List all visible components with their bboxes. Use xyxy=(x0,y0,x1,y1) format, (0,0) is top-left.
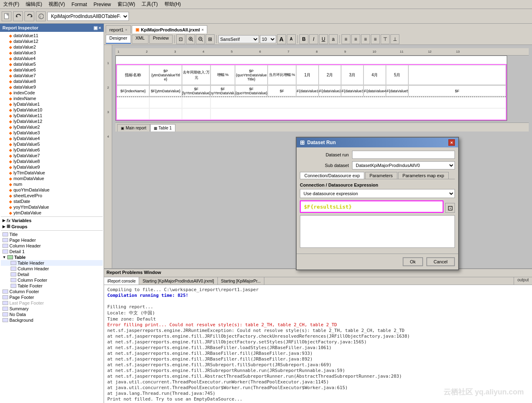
designer-tab-designer[interactable]: Designer xyxy=(106,35,131,44)
problems-tab-starting1[interactable]: Starting [KpiMajorProdIndusAllV0.jrxml] xyxy=(139,277,217,285)
modal-tab-connection[interactable]: Connection/Datasource exp xyxy=(300,172,364,179)
text-size-down-btn[interactable]: A xyxy=(287,34,296,44)
zoom-in-btn[interactable] xyxy=(186,34,195,44)
designer-tab-preview[interactable]: Preview xyxy=(149,35,173,44)
menu-item-tools[interactable]: 工具(T) xyxy=(140,0,159,8)
modal-tab-parameters[interactable]: Parameters xyxy=(365,172,397,179)
modal-tab-paramsmap[interactable]: Parameters map exp xyxy=(398,172,449,179)
tree-item-num[interactable]: ◆ num xyxy=(1,181,103,187)
tree-section-pageheader[interactable]: Page Header xyxy=(1,237,103,243)
tree-section-table-colfooter[interactable]: Column Footer xyxy=(1,277,103,283)
menu-item-file[interactable]: 文件(F) xyxy=(2,0,21,8)
text-size-up-btn[interactable]: A xyxy=(277,34,286,44)
underline-btn[interactable]: U xyxy=(319,34,328,44)
align-justify-btn[interactable]: ≡ xyxy=(371,34,380,44)
toolbar-btn-undo[interactable] xyxy=(13,11,23,21)
menu-item-format[interactable]: Format xyxy=(70,1,89,8)
tree-item-statdate[interactable]: ◆ statDate xyxy=(1,198,103,204)
problems-tab-console[interactable]: iReport console xyxy=(104,277,139,285)
modal-ok-btn[interactable]: Ok xyxy=(403,257,423,266)
toolbar-btn-icon[interactable]: i xyxy=(36,11,46,21)
toolbar-btn-redo[interactable] xyxy=(24,11,34,21)
tree-item-lydatavalue3[interactable]: ◆ lyDataValue3 xyxy=(1,130,103,136)
toolbar-btn-new[interactable] xyxy=(2,11,11,21)
tree-section-variables[interactable]: ▶ fx Variables xyxy=(1,218,103,223)
align-center-btn[interactable]: ≡ xyxy=(351,34,360,44)
menu-item-help[interactable]: 帮助(H) xyxy=(163,0,183,8)
tree-item-ytmdatavalue[interactable]: ◆ ytmDataValue xyxy=(1,210,103,216)
menu-item-view[interactable]: 视图(V) xyxy=(47,0,66,8)
zoom-fit-btn[interactable]: ⊡ xyxy=(176,34,185,44)
tree-section-table-footer[interactable]: Table Footer xyxy=(1,283,103,289)
sub-dataset-select[interactable]: DatasetKpiMajorProdIndusAllV0 xyxy=(352,161,455,169)
problems-content[interactable]: Compiling to file... C:\workspace_irepor… xyxy=(104,285,532,403)
tree-item-quoytmdatavalue[interactable]: ◆ quoYtmDataValue xyxy=(1,187,103,193)
tree-section-pagefooter[interactable]: Page Footer xyxy=(1,294,103,300)
font-family-select[interactable]: SansSerif xyxy=(218,35,259,43)
tree-section-table-detail[interactable]: Detail xyxy=(1,272,103,277)
tree-item-datavalue11[interactable]: ◆ dataValue11 xyxy=(1,33,103,38)
tree-section-summary[interactable]: Summary xyxy=(1,306,103,312)
middle-align-btn[interactable]: ⊥ xyxy=(390,34,399,44)
datasource-dropdown[interactable]: Use datasource expression xyxy=(300,189,455,198)
tree-item-sheetlevelpro[interactable]: ◆ sheetLevelPro xyxy=(1,193,103,198)
menu-item-window[interactable]: 窗口(W) xyxy=(116,0,137,8)
tree-section-table-header[interactable]: Table Header xyxy=(1,260,103,266)
align-left-btn[interactable]: ≡ xyxy=(341,34,350,44)
top-align-btn[interactable]: ⊤ xyxy=(381,34,390,44)
tree-section-background[interactable]: Background xyxy=(1,317,103,323)
tree-item-dstavalue4[interactable]: ◆ dstaValue4 xyxy=(1,56,103,61)
tree-item-lydatavalue5[interactable]: ◆ lyDataValue5 xyxy=(1,141,103,147)
tree-section-lastpagefooter[interactable]: Last Page Footer xyxy=(1,300,103,306)
tree-item-lydatavalue8[interactable]: ◆ lyDataValue8 xyxy=(1,158,103,164)
tree-item-lydatavalue11[interactable]: ◆ lyDataValue11 xyxy=(1,113,103,118)
tab-report1[interactable]: report1 × xyxy=(106,25,131,33)
tree-item-indexcode[interactable]: ◆ indexCode xyxy=(1,90,103,96)
tree-section-table-colheader[interactable]: Column Header xyxy=(1,266,103,272)
dataset-run-input[interactable] xyxy=(352,151,455,159)
view-report-btn[interactable]: ⊞ xyxy=(206,34,215,44)
tree-item-lydatavalue9[interactable]: ◆ lyDataValue9 xyxy=(1,164,103,170)
tree-section-nodata[interactable]: No Data xyxy=(1,312,103,317)
tree-item-datavalue8[interactable]: ◆ dataValue8 xyxy=(1,78,103,84)
tree-item-lydatavalue2[interactable]: ◆ lyDataValue2 xyxy=(1,124,103,130)
tree-item-datavalue12[interactable]: ◆ dataValue12 xyxy=(1,38,103,44)
problems-tab-starting2[interactable]: Starting [KpiMajorPr... xyxy=(218,277,264,285)
tree-item-datavalue2[interactable]: ◆ dataValue2 xyxy=(1,44,103,50)
italic-btn[interactable]: I xyxy=(309,34,318,44)
tree-section-title[interactable]: Title xyxy=(1,232,103,237)
menu-item-edit[interactable]: 编辑(E) xyxy=(24,0,44,8)
menu-item-preview[interactable]: Preview xyxy=(92,1,113,8)
zoom-out-btn[interactable] xyxy=(196,34,205,44)
tab-close-kpimajor[interactable]: × xyxy=(202,28,204,32)
tree-area[interactable]: ◆ dataValue11 ◆ dataValue12 ◆ dataValue2… xyxy=(0,32,104,403)
tree-item-lydatavalue6[interactable]: ◆ lyDataValue6 xyxy=(1,147,103,153)
strikethrough-btn[interactable]: a xyxy=(329,34,338,44)
tree-section-colfooter[interactable]: Column Footer xyxy=(1,289,103,294)
tree-item-indexname[interactable]: ◆ indexName xyxy=(1,96,103,101)
tab-kpimajor[interactable]: ▣ KpiMajorProdIndusAll.jrxml × xyxy=(132,25,207,33)
tree-item-datavalue5[interactable]: ◆ dataValue5 xyxy=(1,61,103,67)
expression-edit-btn[interactable]: ⊡ xyxy=(445,203,455,213)
font-size-select[interactable]: 10 xyxy=(260,35,276,43)
factory-dropdown[interactable]: KpiMajorProdIndusAllBOTableFactory xyxy=(47,12,129,21)
tree-section-detail[interactable]: Detail 1 xyxy=(1,249,103,254)
tree-section-table[interactable]: ▼ Table xyxy=(1,254,103,260)
align-right-btn[interactable]: ≡ xyxy=(361,34,370,44)
tab-table1[interactable]: ▦ Table 1 xyxy=(150,124,175,131)
tree-item-lydatavalue10[interactable]: ◆ lyDataValue10 xyxy=(1,107,103,113)
tree-section-groups[interactable]: ▶ ⊞ Groups xyxy=(1,223,103,229)
tree-item-lydatavalue1[interactable]: ◆ lyDataValue1 xyxy=(1,101,103,107)
bold-btn[interactable]: B xyxy=(299,34,308,44)
modal-close-btn[interactable]: × xyxy=(448,139,455,146)
tree-item-lydatavalue7[interactable]: ◆ lyDataValue7 xyxy=(1,153,103,158)
tree-item-lydatavalue4[interactable]: ◆ lyDataValue4 xyxy=(1,136,103,141)
tree-item-lyttmdatavalue[interactable]: ◆ lyTtmDataValue xyxy=(1,170,103,176)
tree-item-datavalue7[interactable]: ◆ dataValue7 xyxy=(1,73,103,78)
modal-cancel-btn[interactable]: Cancel xyxy=(426,257,455,266)
tree-item-lydatavalue12[interactable]: ◆ lyDataValue12 xyxy=(1,118,103,124)
tree-item-datavalue3[interactable]: ◆ dataValue3 xyxy=(1,50,103,56)
tab-main-report[interactable]: ▣ Main report xyxy=(117,124,150,131)
modal-text-area[interactable] xyxy=(300,215,455,248)
tree-item-yoyttmdatavalue[interactable]: ◆ yoyYtmDataValue xyxy=(1,204,103,210)
